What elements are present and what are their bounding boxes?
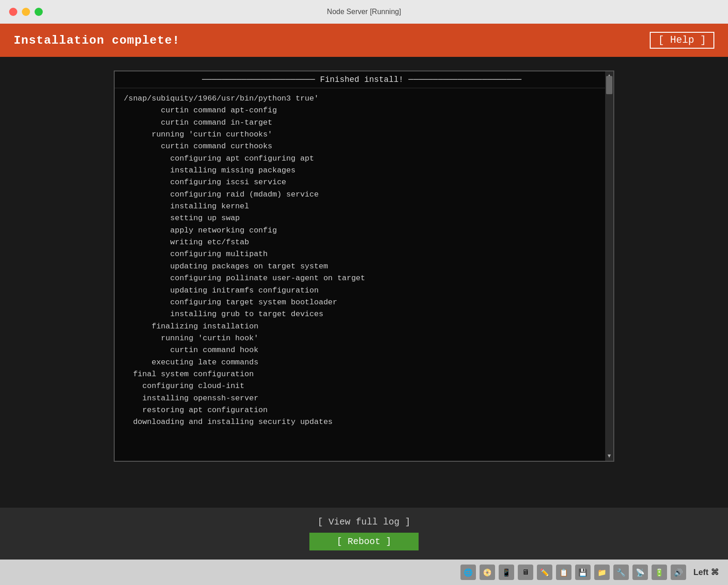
window-title: Node Server [Running] — [327, 8, 401, 16]
taskbar-icon-12[interactable]: 🔊 — [671, 565, 686, 580]
taskbar-icon-5[interactable]: ✏️ — [537, 565, 552, 580]
terminal-line: finalizing installation — [124, 321, 600, 333]
terminal-line: /snap/subiquity/1966/usr/bin/python3 tru… — [124, 93, 600, 105]
maximize-button[interactable] — [35, 8, 43, 16]
terminal-line: updating packages on target system — [124, 261, 600, 272]
taskbar-modifier-text: Left ⌘ — [693, 567, 719, 577]
terminal-line: curtin command in-target — [124, 117, 600, 129]
terminal-box: ─────────────────────── Finished install… — [114, 71, 614, 462]
terminal-line: configuring iscsi service — [124, 177, 600, 188]
scrollbar[interactable]: ▲ ▼ — [605, 71, 613, 461]
terminal-heading: ─────────────────────── Finished install… — [124, 75, 600, 84]
terminal-line: writing etc/fstab — [124, 237, 600, 248]
minimize-button[interactable] — [22, 8, 30, 16]
terminal-area: ─────────────────────── Finished install… — [0, 57, 728, 508]
header-bar: Installation complete! [ Help ] — [0, 24, 728, 57]
taskbar-icon-2[interactable]: 📀 — [480, 565, 495, 580]
terminal-line: configuring cloud-init — [124, 380, 600, 392]
installation-title: Installation complete! — [14, 34, 180, 47]
taskbar-icon-3[interactable]: 📱 — [499, 565, 514, 580]
scroll-down-icon[interactable]: ▼ — [607, 453, 612, 459]
taskbar-icon-7[interactable]: 💾 — [575, 565, 591, 580]
taskbar-icon-8[interactable]: 📁 — [594, 565, 610, 580]
titlebar: Node Server [Running] — [0, 0, 728, 24]
help-button[interactable]: [ Help ] — [650, 32, 714, 49]
window-controls — [9, 8, 43, 16]
bottom-area: [ View full log ] [ Reboot ] — [0, 508, 728, 560]
terminal-line: installing kernel — [124, 201, 600, 212]
taskbar-icon-1[interactable]: 🌐 — [460, 565, 476, 580]
terminal-line: restoring apt configuration — [124, 404, 600, 416]
terminal-line: curtin command hook — [124, 344, 600, 356]
terminal-line: updating initramfs configuration — [124, 285, 600, 297]
terminal-line: installing grub to target devices — [124, 308, 600, 320]
terminal-line: installing openssh-server — [124, 393, 600, 404]
terminal-line: final system configuration — [124, 368, 600, 380]
terminal-line: curtin command curthooks — [124, 141, 600, 152]
terminal-line: configuring pollinate user-agent on targ… — [124, 272, 600, 284]
taskbar-icon-10[interactable]: 📡 — [632, 565, 648, 580]
reboot-button[interactable]: [ Reboot ] — [309, 533, 419, 550]
terminal-line: setting up swap — [124, 212, 600, 224]
terminal-line: installing missing packages — [124, 165, 600, 177]
finished-install-text: Finished install! — [320, 75, 404, 84]
terminal-content: /snap/subiquity/1966/usr/bin/python3 tru… — [115, 88, 613, 461]
terminal-line: apply networking config — [124, 225, 600, 237]
terminal-line: downloading and installing security upda… — [124, 416, 600, 428]
terminal-line: configuring apt configuring apt — [124, 153, 600, 165]
close-button[interactable] — [9, 8, 17, 16]
terminal-line: running 'curtin hook' — [124, 333, 600, 344]
terminal-line: configuring raid (mdadm) service — [124, 189, 600, 201]
taskbar-icon-9[interactable]: 🔧 — [613, 565, 629, 580]
taskbar: 🌐 📀 📱 🖥 ✏️ 📋 💾 📁 🔧 📡 🔋 🔊 Left ⌘ — [0, 560, 728, 585]
taskbar-icon-4[interactable]: 🖥 — [518, 565, 533, 580]
terminal-line: curtin command apt-config — [124, 105, 600, 116]
view-full-log-button[interactable]: [ View full log ] — [318, 517, 410, 527]
terminal-header: ─────────────────────── Finished install… — [115, 71, 613, 88]
terminal-line: executing late commands — [124, 357, 600, 368]
scrollbar-thumb[interactable] — [606, 76, 612, 94]
window-content: Installation complete! [ Help ] ────────… — [0, 24, 728, 560]
taskbar-icon-6[interactable]: 📋 — [556, 565, 571, 580]
terminal-line: running 'curtin curthooks' — [124, 129, 600, 141]
taskbar-icon-11[interactable]: 🔋 — [652, 565, 667, 580]
terminal-line: configuring target system bootloader — [124, 297, 600, 308]
terminal-line: configuring multipath — [124, 248, 600, 260]
